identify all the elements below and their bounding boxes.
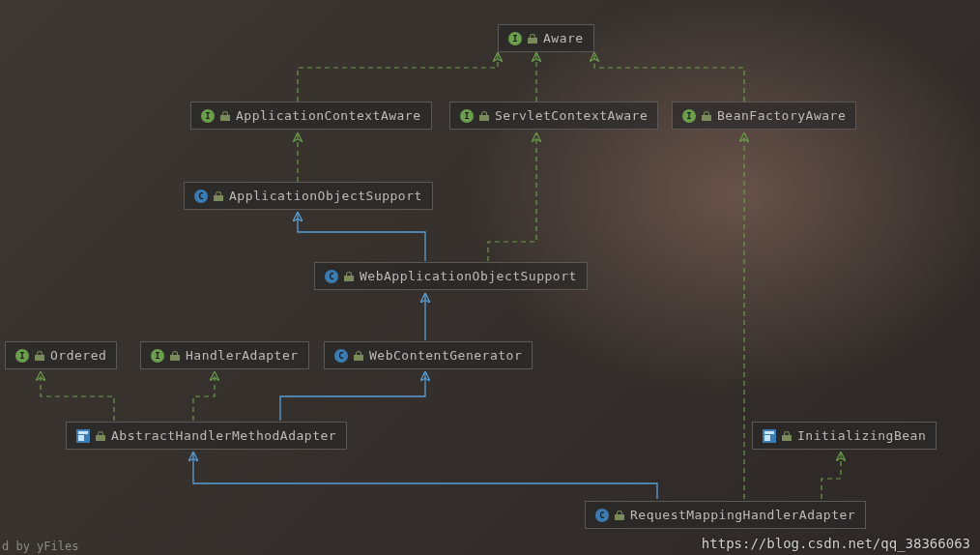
- lock-icon: [214, 191, 223, 201]
- node-web-application-object-support[interactable]: C WebApplicationObjectSupport: [314, 262, 588, 290]
- lock-icon: [782, 431, 792, 441]
- interface-icon: I: [682, 109, 696, 123]
- lock-icon: [96, 431, 105, 441]
- node-label: ServletContextAware: [495, 108, 648, 123]
- interface-icon: I: [201, 109, 215, 123]
- node-label: RequestMappingHandlerAdapter: [630, 508, 855, 522]
- lock-icon: [344, 272, 354, 281]
- node-request-mapping-handler-adapter[interactable]: C RequestMappingHandlerAdapter: [585, 501, 866, 529]
- footer-watermark: https://blog.csdn.net/qq_38366063: [702, 536, 970, 551]
- node-initializing-bean[interactable]: InitializingBean: [752, 422, 937, 450]
- lock-icon: [702, 111, 711, 121]
- node-application-object-support[interactable]: C ApplicationObjectSupport: [184, 182, 433, 210]
- lock-icon: [35, 351, 44, 361]
- interface-icon: I: [460, 109, 474, 123]
- node-label: WebApplicationObjectSupport: [360, 269, 577, 283]
- node-label: BeanFactoryAware: [717, 108, 846, 123]
- abstract-class-icon: [76, 429, 90, 443]
- node-label: Ordered: [50, 348, 106, 363]
- class-icon: C: [194, 190, 208, 203]
- node-label: HandlerAdapter: [186, 348, 299, 363]
- node-web-content-generator[interactable]: C WebContentGenerator: [324, 341, 533, 369]
- lock-icon: [479, 111, 489, 121]
- abstract-class-icon: [763, 429, 776, 443]
- node-servlet-context-aware[interactable]: I ServletContextAware: [449, 102, 658, 130]
- interface-icon: I: [508, 32, 522, 45]
- node-label: InitializingBean: [797, 428, 926, 443]
- node-label: ApplicationContextAware: [236, 108, 421, 123]
- lock-icon: [528, 34, 537, 44]
- node-label: ApplicationObjectSupport: [229, 189, 422, 203]
- node-application-context-aware[interactable]: I ApplicationContextAware: [190, 102, 432, 130]
- lock-icon: [354, 351, 363, 361]
- node-aware[interactable]: I Aware: [498, 24, 594, 52]
- footer-generator-credit: d by yFiles: [2, 540, 78, 553]
- node-abstract-handler-method-adapter[interactable]: AbstractHandlerMethodAdapter: [66, 422, 347, 450]
- class-icon: C: [334, 349, 348, 363]
- lock-icon: [615, 511, 624, 520]
- node-label: AbstractHandlerMethodAdapter: [111, 428, 336, 443]
- class-icon: C: [325, 270, 338, 283]
- interface-icon: I: [151, 349, 164, 363]
- interface-icon: I: [15, 349, 29, 363]
- class-icon: C: [595, 509, 609, 522]
- node-ordered[interactable]: I Ordered: [5, 341, 117, 369]
- node-bean-factory-aware[interactable]: I BeanFactoryAware: [672, 102, 856, 130]
- node-handler-adapter[interactable]: I HandlerAdapter: [140, 341, 309, 369]
- node-label: Aware: [543, 31, 584, 45]
- lock-icon: [220, 111, 230, 121]
- lock-icon: [170, 351, 180, 361]
- node-label: WebContentGenerator: [369, 348, 522, 363]
